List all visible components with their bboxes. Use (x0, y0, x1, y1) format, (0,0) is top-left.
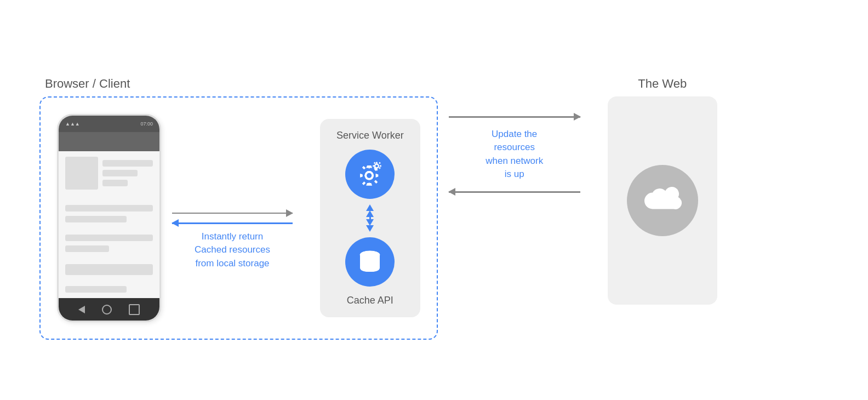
the-web-section: The Web (608, 77, 717, 305)
arrow-line-blue-left (172, 222, 293, 224)
service-worker-gear-circle (345, 150, 395, 199)
arrow-phone-to-sw (172, 213, 293, 214)
arrowhead-right (286, 209, 293, 217)
phone-home-button (102, 305, 112, 315)
cache-api-label: Cache API (347, 295, 393, 306)
svg-marker-18 (379, 162, 381, 164)
gear-icon (355, 159, 385, 190)
diagram-container: Browser / Client ▲▲▲ 07:00 (39, 60, 829, 340)
phone-sw-arrows-area: Instantly return Cached resources from l… (167, 213, 298, 224)
svg-marker-11 (375, 162, 378, 163)
svg-marker-2 (366, 183, 372, 186)
phone-line (65, 286, 127, 293)
phone-header-bar (59, 132, 159, 151)
browser-client-section: Browser / Client ▲▲▲ 07:00 (39, 77, 438, 340)
arrow-down-head (366, 219, 374, 226)
svg-point-29 (361, 265, 379, 272)
when-network-span: when network (486, 156, 543, 166)
browser-client-label: Browser / Client (45, 77, 438, 91)
svg-marker-14 (380, 165, 381, 167)
arrow-sw-to-web (449, 116, 580, 118)
svg-marker-3 (360, 173, 363, 177)
cached-resources-label: Instantly return Cached resources from l… (167, 230, 298, 271)
svg-marker-6 (374, 180, 378, 183)
svg-marker-7 (362, 181, 366, 185)
cache-api-circle (345, 237, 395, 287)
phone-line (65, 245, 109, 252)
arrowhead-from-web (448, 188, 455, 196)
arrow-web-to-sw (449, 191, 580, 193)
from-local-storage-span: from local storage (195, 258, 269, 268)
database-icon (356, 248, 384, 276)
web-box (608, 96, 717, 305)
phone-line (65, 205, 153, 212)
arrow-up-head (366, 210, 374, 217)
phone-block-1 (65, 157, 153, 190)
right-arrows-section: Update the resources when network is up (443, 116, 586, 193)
phone-line (102, 170, 138, 176)
svg-marker-4 (375, 173, 378, 177)
phone-line (102, 160, 153, 167)
phone-mockup: ▲▲▲ 07:00 (57, 114, 161, 322)
arrow-line-to-web (449, 116, 580, 118)
phone-content-area (59, 151, 159, 298)
phone-line (65, 216, 127, 222)
service-worker-box: Service Worker (320, 119, 420, 317)
svg-marker-1 (366, 165, 372, 168)
update-the-span: Update the (492, 129, 537, 139)
phone-top-bar: ▲▲▲ 07:00 (59, 116, 159, 132)
arrowhead-to-web (574, 113, 581, 121)
phone-back-button (78, 306, 85, 313)
svg-marker-13 (373, 165, 374, 167)
arrow-sw-to-phone (172, 222, 293, 224)
cloud-icon (642, 186, 683, 216)
sw-vertical-double-arrow (366, 204, 374, 232)
phone-recent-button (129, 304, 140, 315)
resources-span: resources (494, 142, 535, 152)
phone-image-placeholder (65, 157, 98, 190)
phone-line (102, 180, 128, 186)
update-the-text: Update the resources when network is up (486, 128, 543, 182)
browser-dashed-box: ▲▲▲ 07:00 (39, 96, 438, 340)
phone-line (65, 235, 153, 241)
svg-point-20 (375, 164, 378, 167)
the-web-label: The Web (608, 77, 717, 91)
phone-bottom-bar (59, 298, 159, 321)
is-up-span: is up (505, 169, 524, 179)
arrow-line-gray-right (172, 213, 293, 214)
svg-marker-16 (379, 167, 381, 169)
instantly-return-text: Instantly return Cached resources from l… (167, 230, 298, 271)
phone-text-lines-1 (102, 157, 153, 190)
cached-resources-span: Cached resources (195, 244, 270, 255)
svg-point-10 (367, 173, 372, 178)
arrowhead-left (172, 219, 179, 227)
instantly-return-span: Instantly return (202, 231, 263, 242)
phone-signal: ▲▲▲ (65, 121, 80, 127)
phone-time: 07:00 (140, 121, 153, 127)
cloud-circle (627, 165, 698, 236)
service-worker-label: Service Worker (336, 130, 404, 141)
phone-line (65, 264, 153, 275)
svg-marker-15 (374, 162, 376, 164)
svg-marker-5 (362, 165, 366, 169)
arrow-line-from-web (449, 191, 580, 193)
update-resources-label: Update the resources when network is up (486, 128, 543, 182)
